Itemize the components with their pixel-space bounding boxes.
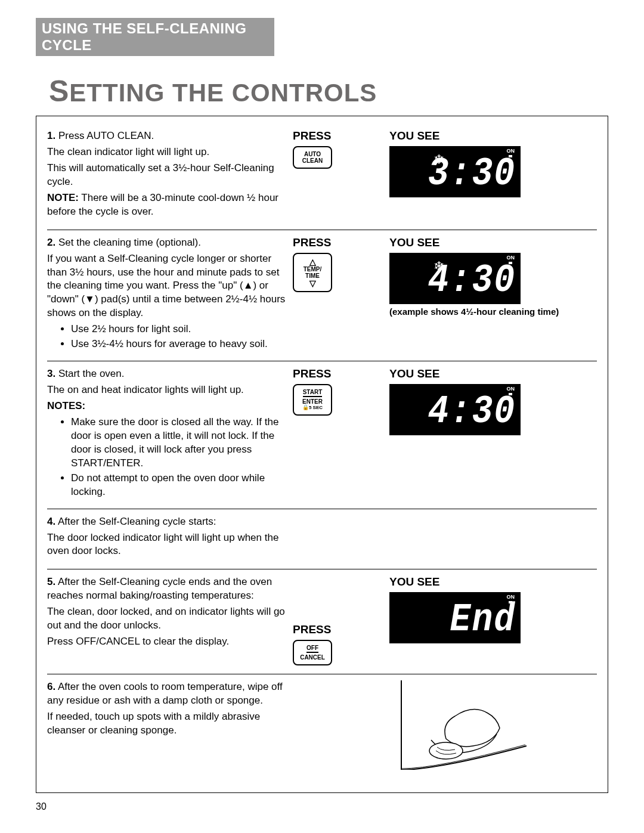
display-digits: 4:30 <box>428 258 516 303</box>
wiping-illustration-icon <box>389 680 527 770</box>
svg-point-1 <box>429 742 463 759</box>
display-panel: ON 4:30 <box>389 384 521 435</box>
step-body: The on and heat indicator lights will li… <box>47 383 286 397</box>
step-lead: After the oven cools to room temperature… <box>47 681 283 706</box>
step-number: 6. <box>47 681 55 692</box>
display-digits: 4:30 <box>428 389 516 434</box>
page-number: 30 <box>36 801 608 812</box>
bullet-item: Use 3½-4½ hours for average to heavy soi… <box>71 337 286 351</box>
display-caption: (example shows 4½-hour cleaning time) <box>389 306 562 317</box>
step-lead: After the Self-Cleaning cycle ends and t… <box>47 576 272 601</box>
section-header: USING THE SELF-CLEANING CYCLE <box>36 18 274 56</box>
display-panel: ON ❄ 4:30 <box>389 253 521 304</box>
step-body: The clean indicator light will light up. <box>47 145 286 159</box>
start-enter-button-icon: START ENTER 5 SEC <box>293 384 332 416</box>
step-number: 4. <box>47 516 55 527</box>
step-body: The clean, door locked, and on indicator… <box>47 605 286 633</box>
step-body: Press OFF/CANCEL to clear the display. <box>47 635 286 649</box>
display-panel: ON ❄ 3:30 <box>389 146 521 197</box>
note-label: NOTE: <box>47 192 79 203</box>
content-frame: 1. Press AUTO CLEAN. The clean indicator… <box>36 116 608 793</box>
step-4: 4. After the Self-Cleaning cycle starts:… <box>47 509 597 570</box>
temp-time-button-icon: △ TEMP/ TIME ▽ <box>293 253 332 292</box>
lock-icon <box>302 405 309 410</box>
press-heading: PRESS <box>293 236 382 249</box>
bullet-item: Do not attempt to open the oven door whi… <box>71 472 286 499</box>
bullet-item: Make sure the door is closed all the way… <box>71 416 286 470</box>
note-text: There will be a 30-minute cool-down ½ ho… <box>47 192 278 217</box>
display-panel: ON End <box>389 592 521 643</box>
display-digits: 3:30 <box>428 151 516 196</box>
you-see-heading: YOU SEE <box>389 129 562 143</box>
press-heading: PRESS <box>293 129 382 143</box>
step-body: If needed, touch up spots with a mildly … <box>47 710 286 738</box>
step-number: 2. <box>47 237 55 248</box>
step-body: The door locked indicator light will lig… <box>47 531 286 559</box>
auto-clean-button-icon: AUTO CLEAN <box>293 146 332 169</box>
step-5: 5. After the Self-Cleaning cycle ends an… <box>47 569 597 674</box>
notes-label: NOTES: <box>47 400 85 411</box>
step-body: This will automatically set a 3½-hour Se… <box>47 162 286 189</box>
step-3: 3. Start the oven. The on and heat indic… <box>47 361 597 509</box>
step-number: 5. <box>47 576 55 587</box>
you-see-heading: YOU SEE <box>389 367 562 380</box>
press-heading: PRESS <box>293 623 382 636</box>
bullet-item: Use 2½ hours for light soil. <box>71 323 286 336</box>
step-lead: After the Self-Cleaning cycle starts: <box>58 516 216 527</box>
step-lead: Set the cleaning time (optional). <box>58 237 201 248</box>
step-2: 2. Set the cleaning time (optional). If … <box>47 230 597 362</box>
step-body: If you want a Self-Cleaning cycle longer… <box>47 252 286 321</box>
press-heading: PRESS <box>293 367 382 380</box>
you-see-heading: YOU SEE <box>389 236 562 249</box>
off-cancel-button-icon: OFF CANCEL <box>293 640 332 665</box>
step-number: 1. <box>47 130 55 141</box>
step-lead: Press AUTO CLEAN. <box>58 130 154 141</box>
page-title: SETTING THE CONTROLS <box>49 74 608 109</box>
up-arrow-icon: △ <box>295 258 330 266</box>
step-lead: Start the oven. <box>58 368 125 379</box>
down-arrow-icon: ▽ <box>295 279 330 287</box>
display-digits: End <box>450 598 516 643</box>
you-see-heading: YOU SEE <box>389 575 562 589</box>
step-6: 6. After the oven cools to room temperat… <box>47 674 597 778</box>
step-1: 1. Press AUTO CLEAN. The clean indicator… <box>47 123 597 230</box>
step-number: 3. <box>47 368 55 379</box>
